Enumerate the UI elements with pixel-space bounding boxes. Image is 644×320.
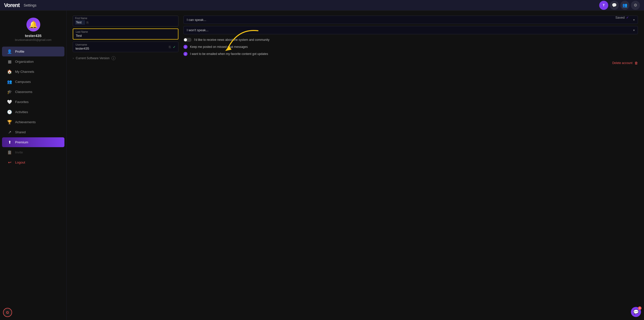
last-name-label: Last Name <box>76 30 175 33</box>
logout-icon: ↩ <box>7 160 12 165</box>
last-name-input[interactable] <box>76 34 175 38</box>
sidebar-item-label: Shared <box>15 130 26 134</box>
grammarly-label: G <box>6 310 9 314</box>
premium-icon: ⬆ <box>7 140 12 145</box>
activities-icon: 🕐 <box>7 110 12 114</box>
first-name-label: First Name <box>75 17 176 20</box>
saved-check-icon: ✓ <box>626 16 629 19</box>
users-icon-btn[interactable]: 👥 <box>620 1 629 10</box>
sidebar-item-favorites[interactable]: 🤍 Favorites <box>2 97 64 107</box>
sidebar-item-label: Invite <box>15 150 23 154</box>
first-name-field-group: First Name ⎘ <box>73 16 178 26</box>
chat-badge: 5 <box>638 306 641 310</box>
email-checkbox[interactable]: ✓ <box>183 52 187 56</box>
sidebar-item-achievements[interactable]: 🏆 Achievements <box>2 117 64 127</box>
copy-icon: ⎘ <box>87 21 89 24</box>
trash-icon[interactable]: 🗑 <box>634 61 638 65</box>
page-title: Settings <box>24 3 36 7</box>
classrooms-icon: 🎓 <box>7 89 12 94</box>
avatar: 🔔 <box>26 18 40 31</box>
want-speak-select-value: I won't speak... <box>187 28 633 32</box>
saved-indicator: Saved ✓ <box>615 16 629 19</box>
chat-icon-btn[interactable]: 💬 <box>610 1 619 10</box>
grammarly-icon[interactable]: G <box>3 308 12 317</box>
sidebar-item-label: Campuses <box>15 80 31 84</box>
achievements-icon: 🏆 <box>7 120 12 124</box>
chevron-down-icon: ▾ <box>633 18 635 22</box>
software-version-label: Current Software Version <box>76 56 109 60</box>
chevron-down-icon: ▾ <box>633 28 635 32</box>
sidebar-item-label: Premium <box>15 140 28 144</box>
news-label: I'd like to receive news about the syste… <box>194 38 270 42</box>
sidebar-item-activities[interactable]: 🕐 Activities <box>2 107 64 117</box>
bottom-right-icons: 💬 5 <box>631 307 641 317</box>
copy-icon: ⎘ <box>169 45 171 49</box>
sidebar-item-invite[interactable]: 📋 Invite <box>2 147 64 157</box>
saved-text: Saved <box>615 16 625 19</box>
settings-icon-btn[interactable]: ⚙ <box>631 1 640 10</box>
news-checkbox-row: I'd like to receive news about the syste… <box>183 38 638 42</box>
sidebar-item-my-channels[interactable]: 🏠 My Channels <box>2 67 64 77</box>
notifications-section: I'd like to receive news about the syste… <box>183 37 638 56</box>
delete-account-row: Delete account 🗑 <box>183 61 638 65</box>
email-label: I want to be emailed when my favorite co… <box>190 52 268 56</box>
chat-checkbox[interactable]: ✓ <box>183 45 187 49</box>
channels-icon: 🏠 <box>7 69 12 74</box>
app-logo: Vorent <box>4 2 20 9</box>
sidebar-item-label: Favorites <box>15 100 28 104</box>
user-avatar-btn[interactable]: T <box>599 1 608 10</box>
sidebar-item-label: Logout <box>15 161 25 164</box>
form-left-col: First Name ⎘ Last Name Username <box>73 16 178 65</box>
check-icon: ✓ <box>173 45 176 49</box>
software-version-row: › Current Software Version i <box>73 56 178 60</box>
last-name-field-group: Last Name <box>73 28 178 40</box>
shared-icon: ↗ <box>7 130 12 135</box>
username-label: Username <box>75 43 167 46</box>
top-bar: Vorent Settings T 💬 👥 ⚙ <box>0 0 644 11</box>
sidebar-item-logout[interactable]: ↩ Logout <box>2 157 64 167</box>
sidebar-item-label: Classrooms <box>15 90 32 94</box>
chat-label: Keep me posted on missed chat messages <box>190 45 248 49</box>
sidebar-username: tester435 <box>25 34 42 38</box>
sidebar-item-classrooms[interactable]: 🎓 Classrooms <box>2 87 64 97</box>
first-name-input[interactable] <box>75 20 85 25</box>
chat-checkbox-row: ✓ Keep me posted on missed chat messages <box>183 45 638 49</box>
sidebar-item-shared[interactable]: ↗ Shared <box>2 127 64 137</box>
sidebar-item-label: Activities <box>15 110 28 114</box>
chevron-icon: › <box>73 56 74 60</box>
invite-icon: 📋 <box>7 150 12 155</box>
favorites-icon: 🤍 <box>7 100 12 104</box>
organization-icon: ▦ <box>7 59 12 64</box>
info-icon[interactable]: i <box>111 56 116 60</box>
delete-account-button[interactable]: Delete account <box>612 61 632 65</box>
username-field-group: Username ⎘ ✓ <box>73 42 178 52</box>
main-content: Saved ✓ First Name ⎘ La <box>67 11 644 320</box>
email-checkbox-row: ✓ I want to be emailed when my favorite … <box>183 52 638 56</box>
form-right-col: I can speak... ▾ I won't speak... ▾ I'd … <box>183 16 638 65</box>
news-toggle[interactable] <box>183 38 192 42</box>
speak-select[interactable]: I can speak... ▾ <box>183 16 638 24</box>
profile-icon: 👤 <box>7 49 12 54</box>
sidebar-nav: 👤 Profile ▦ Organization 🏠 My Channels 👥… <box>0 46 66 316</box>
username-input[interactable] <box>75 47 167 50</box>
chat-bubble-btn[interactable]: 💬 5 <box>631 307 641 317</box>
want-speak-select[interactable]: I won't speak... ▾ <box>183 26 638 34</box>
sidebar-item-label: Achievements <box>15 120 36 124</box>
sidebar-item-campuses[interactable]: 👥 Campuses <box>2 77 64 87</box>
sidebar-item-profile[interactable]: 👤 Profile <box>2 47 64 56</box>
sidebar-item-label: Profile <box>15 50 24 53</box>
sidebar-item-label: Organization <box>15 60 34 63</box>
sidebar-user: 🔔 tester435 brunkomaksim55@gmail.com <box>0 15 66 46</box>
sidebar-item-premium[interactable]: ⬆ Premium <box>2 137 64 147</box>
sidebar-email: brunkomaksim55@gmail.com <box>15 38 51 41</box>
sidebar-item-label: My Channels <box>15 70 34 74</box>
sidebar-item-organization[interactable]: ▦ Organization <box>2 57 64 67</box>
campuses-icon: 👥 <box>7 79 12 84</box>
content-area: First Name ⎘ Last Name Username <box>73 16 638 65</box>
speak-select-value: I can speak... <box>187 18 633 22</box>
sidebar: 🔔 tester435 brunkomaksim55@gmail.com 👤 P… <box>0 11 67 320</box>
